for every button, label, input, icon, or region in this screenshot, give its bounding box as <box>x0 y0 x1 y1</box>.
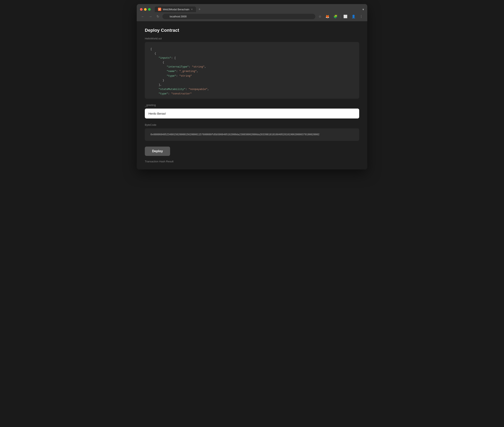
forward-button[interactable]: → <box>148 14 153 19</box>
address-bar[interactable] <box>163 14 315 19</box>
file-label: HelloWorld.sol <box>145 37 359 40</box>
page-title: Deploy Contract <box>145 28 359 33</box>
user-button[interactable]: 👤 <box>350 14 357 19</box>
page-content: Deploy Contract HelloWorld.sol [ { "inpu… <box>137 21 367 169</box>
menu-button[interactable]: ⋮ <box>358 14 364 19</box>
deploy-button[interactable]: Deploy <box>145 147 170 156</box>
code-line-2: { <box>150 51 354 56</box>
code-line-3: "inputs": [ <box>150 56 354 60</box>
tab-favicon: W <box>158 8 161 11</box>
back-button[interactable]: ← <box>140 14 146 19</box>
tab-bar: W Web3Modal Berachain ✕ + <box>155 7 361 12</box>
browser-titlebar: W Web3Modal Berachain ✕ + ▾ <box>137 4 367 12</box>
metamask-button[interactable]: 🦊 <box>324 14 331 19</box>
bytecode-label: ByteCode <box>145 123 359 126</box>
nav-actions: ☆ 🦊 🧩 ⬜ 👤 ⋮ <box>317 14 364 19</box>
browser-navbar: ← → ↻ 🔒 ☆ 🦊 🧩 ⬜ 👤 ⋮ <box>137 12 367 21</box>
greeting-input[interactable] <box>145 109 359 118</box>
code-line-1: [ <box>150 47 354 51</box>
reload-button[interactable]: ↻ <box>155 14 160 19</box>
nav-separator <box>340 15 341 18</box>
bytecode-block: 0x60806040523480156200001562000011576000… <box>145 128 359 141</box>
code-line-9: ], <box>150 83 354 87</box>
code-line-10: "stateMutability": "nonpayable", <box>150 87 354 92</box>
address-bar-wrapper: 🔒 <box>163 14 315 19</box>
code-line-11: "type": "constructor" <box>150 92 354 96</box>
code-line-4: { <box>150 60 354 65</box>
traffic-lights <box>140 8 151 11</box>
minimize-button[interactable] <box>144 8 147 11</box>
bytecode-value: 0x60806040523480156200001562000011576000… <box>150 133 319 136</box>
bookmark-button[interactable]: ☆ <box>317 14 323 19</box>
code-line-5: "internalType": "string", <box>150 65 354 69</box>
code-line-6: "name": "_greeting", <box>150 69 354 74</box>
extensions-button[interactable]: 🧩 <box>332 14 339 19</box>
abi-code-block: [ { "inputs": [ { "internalType": "strin… <box>145 42 359 99</box>
tab-title: Web3Modal Berachain <box>163 8 189 11</box>
new-tab-button[interactable]: + <box>197 7 202 12</box>
browser-controls: W Web3Modal Berachain ✕ + ▾ <box>140 7 364 12</box>
browser-dropdown-icon[interactable]: ▾ <box>362 8 364 11</box>
tab-close-icon[interactable]: ✕ <box>191 8 193 11</box>
maximize-button[interactable] <box>148 8 151 11</box>
close-button[interactable] <box>140 8 143 11</box>
greeting-label: _greeting <box>145 104 359 107</box>
split-view-button[interactable]: ⬜ <box>342 14 349 19</box>
code-line-8: } <box>150 78 354 83</box>
active-tab[interactable]: W Web3Modal Berachain ✕ <box>155 7 196 12</box>
code-line-7: "type": "string" <box>150 74 354 78</box>
browser-window: W Web3Modal Berachain ✕ + ▾ ← → ↻ 🔒 ☆ 🦊 … <box>137 4 367 169</box>
tx-result-label: Transaction Hash Result <box>145 160 359 163</box>
